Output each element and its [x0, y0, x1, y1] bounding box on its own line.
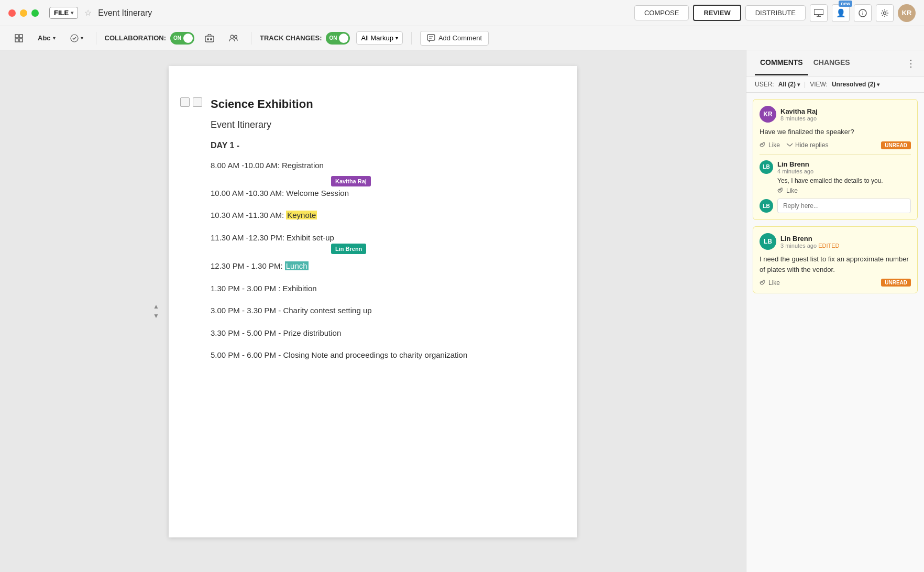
schedule-prefix-3: 10.30 AM -11.30 AM: [211, 211, 286, 219]
collaboration-section: COLLABORATION: ON [105, 32, 194, 45]
comment-1-like-button[interactable]: Like [760, 141, 780, 149]
layout-button[interactable] [10, 32, 27, 45]
comment-2-header: LB Lin Brenn 3 minutes ago EDITED [760, 233, 911, 250]
info-icon-button[interactable]: i [854, 4, 872, 22]
scroll-control[interactable]: ▲ ▼ [153, 303, 159, 320]
markup-label: All Markup [361, 34, 393, 42]
schedule-text-4: 11.30 AM -12.30 PM: Exhibit set-up [211, 233, 334, 242]
comments-list: KR Kavitha Raj 8 minutes ago Have we fin… [746, 93, 924, 572]
reply-1-avatar: LB [760, 160, 773, 174]
tab-changes[interactable]: CHANGES [808, 51, 855, 75]
comment-2-like-button[interactable]: Like [760, 279, 780, 287]
toolbar: Abc ▾ ▾ COLLABORATION: ON TRACK CHANGES:… [0, 26, 924, 50]
add-comment-button[interactable]: Add Comment [420, 31, 489, 46]
reply-input[interactable] [777, 199, 911, 213]
schedule-text-7: 3.00 PM - 3.30 PM - Charity contest sett… [211, 306, 372, 315]
filter-user-button[interactable]: All (2) ▾ [778, 81, 800, 88]
unread-badge-1: UNREAD [881, 141, 911, 149]
separator1 [96, 32, 96, 45]
traffic-light-yellow[interactable] [20, 9, 27, 17]
title-menu-area: FILE ▾ ☆ Event Itinerary [49, 7, 152, 19]
svg-point-5 [884, 12, 886, 14]
comment-1-text: Have we finalized the speaker? [760, 127, 911, 137]
spell-check-button[interactable]: ▾ [66, 32, 87, 45]
svg-rect-9 [19, 39, 23, 42]
compose-button[interactable]: COMPOSE [634, 5, 689, 20]
comment-2-avatar: LB [760, 233, 776, 250]
add-comment-label: Add Comment [438, 34, 482, 42]
track-label: TRACK CHANGES: [260, 34, 322, 42]
tab-comments[interactable]: COMMENTS [755, 51, 808, 75]
filter-view-label: VIEW: [810, 81, 828, 88]
user-avatar-icon-button[interactable]: 👤 new [832, 4, 850, 22]
track-changes-toggle[interactable]: ON [326, 32, 350, 45]
users-button[interactable] [225, 32, 243, 45]
hide-replies-button[interactable]: Hide replies [786, 141, 828, 149]
file-menu-button[interactable]: FILE ▾ [49, 7, 78, 19]
share-button[interactable] [201, 32, 218, 45]
svg-point-14 [230, 35, 234, 38]
filter-view-button[interactable]: Unresolved (2) ▾ [832, 81, 879, 88]
track-changes-section: TRACK CHANGES: ON [260, 32, 350, 45]
monitor-icon-button[interactable] [810, 4, 828, 22]
doc-subtitle: Event Itinerary [211, 119, 535, 130]
schedule-item-9: 5.00 PM - 6.00 PM - Closing Note and pro… [211, 349, 535, 361]
schedule-text-1: 8.00 AM -10.00 AM: Registration [211, 161, 324, 170]
collaboration-toggle[interactable]: ON [170, 32, 194, 45]
distribute-button[interactable]: DISTRIBUTE [745, 5, 806, 20]
track-toggle-on-text: ON [329, 35, 337, 41]
schedule-item-2: Kavitha Raj 10.00 AM -10.30 AM: Welcome … [211, 188, 535, 200]
review-button[interactable]: REVIEW [693, 5, 741, 21]
comment-1-time: 8 minutes ago [780, 115, 911, 122]
user-avatar[interactable]: KR [898, 4, 916, 22]
reply-1-like-button[interactable]: Like [777, 187, 911, 194]
reply-1-author: Lin Brenn [777, 160, 911, 168]
favorite-star-icon[interactable]: ☆ [84, 8, 92, 18]
markup-select[interactable]: All Markup ▾ [356, 31, 402, 45]
file-chevron: ▾ [71, 10, 73, 16]
kavitha-tag: Kavitha Raj [331, 176, 371, 187]
svg-rect-7 [19, 35, 23, 38]
titlebar: FILE ▾ ☆ Event Itinerary COMPOSE REVIEW … [0, 0, 924, 26]
comment-2-edited: EDITED [818, 243, 839, 249]
more-options-icon[interactable]: ⋮ [906, 58, 916, 69]
document-title: Event Itinerary [98, 8, 152, 18]
track-toggle-knob [339, 34, 348, 43]
separator3 [411, 32, 412, 45]
settings-icon-button[interactable] [876, 4, 894, 22]
svg-rect-11 [205, 36, 214, 42]
main-area: ▲ ▼ Science Exhibition Event Itinerary D… [0, 50, 924, 572]
comment-1-author: Kavitha Raj [780, 107, 911, 115]
svg-rect-8 [15, 39, 18, 42]
reply-item-1: LB Lin Brenn 4 minutes ago Yes, I have e… [760, 160, 911, 195]
reply-1-content: Lin Brenn 4 minutes ago Yes, I have emai… [777, 160, 911, 195]
filter-user-value: All (2) [778, 81, 796, 88]
comment-panel: COMMENTS CHANGES ⋮ USER: All (2) ▾ | VIE… [746, 50, 924, 572]
new-badge: new [839, 1, 852, 7]
titlebar-right: COMPOSE REVIEW DISTRIBUTE 👤 new i KR [634, 4, 916, 22]
schedule-item-4: 11.30 AM -12.30 PM: Exhibit set-up Lin B… [211, 232, 535, 244]
reply-input-avatar: LB [760, 199, 773, 213]
toggle-on-text: ON [173, 35, 181, 41]
reply-input-row: LB [760, 199, 911, 213]
svg-point-13 [210, 38, 212, 40]
lunch-highlight: Lunch [285, 261, 309, 270]
markup-chevron: ▾ [395, 35, 398, 41]
traffic-light-green[interactable] [31, 9, 39, 17]
schedule-item-3: 10.30 AM -11.30 AM: Keynote [211, 210, 535, 222]
filter-user-label: USER: [755, 81, 774, 88]
svg-point-15 [235, 35, 237, 38]
font-button[interactable]: Abc ▾ [34, 32, 60, 44]
svg-rect-0 [814, 9, 823, 15]
schedule-prefix-5: 12.30 PM - 1.30 PM: [211, 261, 285, 270]
comment-card-2: LB Lin Brenn 3 minutes ago EDITED I need… [753, 226, 918, 293]
schedule-text-9: 5.00 PM - 6.00 PM - Closing Note and pro… [211, 350, 467, 359]
schedule-item-8: 3.30 PM - 5.00 PM - Prize distribution [211, 327, 535, 339]
reply-1-header: Lin Brenn 4 minutes ago [777, 160, 911, 174]
schedule-text-2: 10.00 AM -10.30 AM: Welcome Session [211, 189, 349, 197]
schedule-item-6: 1.30 PM - 3.00 PM : Exhibition [211, 283, 535, 295]
like-label-2: Like [768, 279, 780, 287]
page-icon-1 [180, 97, 190, 107]
keynote-highlight: Keynote [286, 211, 317, 219]
traffic-light-red[interactable] [8, 9, 16, 17]
